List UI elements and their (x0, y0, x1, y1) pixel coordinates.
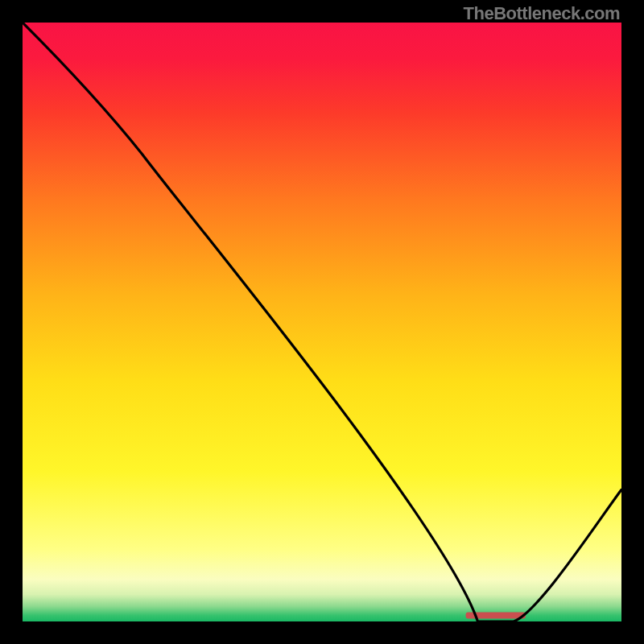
attribution-text: TheBottleneck.com (464, 3, 620, 24)
chart-plot-area (23, 23, 621, 621)
chart-frame: TheBottleneck.com (0, 0, 644, 644)
chart-svg (23, 23, 621, 621)
gradient-background (23, 23, 621, 621)
